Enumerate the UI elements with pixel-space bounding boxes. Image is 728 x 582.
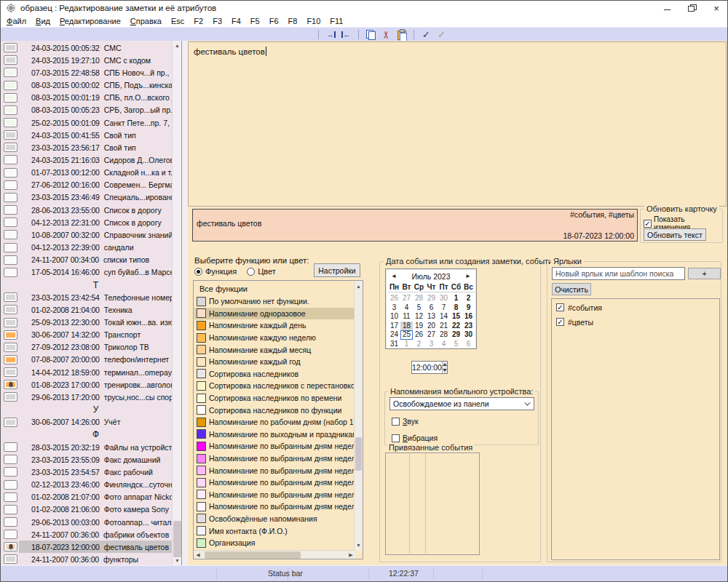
menu-item-f2[interactable]: F2	[194, 17, 203, 25]
note-checkbox[interactable]	[4, 292, 17, 302]
calendar-day-cell[interactable]: 28	[438, 330, 450, 340]
calendar-day-cell[interactable]: 29	[450, 330, 462, 340]
tag-item[interactable]: #цветы	[556, 316, 719, 328]
note-list-item[interactable]: 25-02-2015 00:01:09Санкт Пете...пр. 7, 1…	[1, 116, 173, 129]
note-list-item[interactable]: 30-06-2007 14:26:00Учёт	[1, 416, 173, 428]
menu-item-справка[interactable]: Справка	[130, 17, 162, 25]
calendar-day-cell[interactable]: 10	[388, 312, 400, 322]
note-list-item[interactable]: 24-03-2015 00:41:55Свой тип	[1, 129, 173, 141]
note-checkbox[interactable]	[4, 355, 17, 364]
tag-checkbox[interactable]	[556, 318, 564, 326]
note-list-item[interactable]: 24-03-2015 19:27:10СМС с кодом	[1, 54, 173, 66]
note-list-item[interactable]: 25-09-2013 22:30:00Токай южн...ва. изюм	[1, 316, 173, 328]
paste-icon[interactable]	[395, 28, 408, 41]
calendar-day-cell[interactable]: 26	[388, 294, 400, 303]
calendar-day-cell[interactable]: 29	[425, 294, 438, 303]
calendar-day-cell[interactable]: 2	[462, 294, 475, 303]
note-checkbox[interactable]	[4, 330, 17, 340]
function-list-item[interactable]: Освобождённые напоминания	[194, 513, 355, 525]
note-list-item[interactable]: 04-12-2013 22:39:00сандали	[1, 242, 173, 254]
calendar-day-cell[interactable]: 5	[450, 340, 462, 349]
time-spinner[interactable]: 12:00:00	[411, 361, 448, 374]
note-list-item[interactable]: 23-03-2015 23:55:09Факс домашний	[1, 453, 173, 466]
note-checkbox[interactable]	[4, 168, 17, 178]
next-month-icon[interactable]: ►	[465, 271, 471, 282]
note-list-item[interactable]: 24-11-2007 00:36:00функторы	[1, 553, 173, 565]
note-list-item[interactable]: 29-06-2013 17:20:00трусы,нос...сы спорт.	[1, 391, 173, 403]
function-list-item[interactable]: Имя контакта (Ф.И.О.)	[194, 525, 355, 537]
note-list-item[interactable]: 23-03-2015 23:42:54Телефонные номера	[1, 291, 173, 303]
calendar-day-cell[interactable]: 28	[413, 294, 425, 303]
function-list-item[interactable]: Напоминание по рабочим дням (набор 1)	[194, 416, 355, 428]
calendar-day-cell[interactable]: 19	[413, 322, 425, 331]
note-checkbox[interactable]	[4, 55, 17, 65]
note-text-editor[interactable]: фестиваль цветов	[188, 41, 727, 207]
note-list-item[interactable]: 08-03-2015 00:00:02СПБ, Подъ...кинская)	[1, 79, 173, 91]
spin-down-icon[interactable]	[443, 367, 447, 373]
function-list-item[interactable]: Организация	[194, 537, 355, 549]
note-checkbox[interactable]	[4, 218, 17, 227]
tag-checkbox[interactable]	[556, 303, 564, 311]
menu-item-f6[interactable]: F6	[269, 17, 279, 25]
note-list-item[interactable]: 23-03-2015 23:56:17Свой тип	[1, 141, 173, 154]
calendar-day-cell[interactable]: 3	[425, 340, 438, 349]
menu-item-f5[interactable]: F5	[250, 17, 260, 25]
calendar-day-cell[interactable]: 6	[462, 340, 475, 349]
note-list-scrollbar[interactable]: ▲ ▼	[172, 41, 181, 565]
note-checkbox[interactable]	[4, 155, 17, 164]
note-checkbox[interactable]	[4, 243, 17, 252]
note-list-item[interactable]: 23-03-2015 23:46:49Специаль...ирование	[1, 191, 173, 204]
calendar-day-cell[interactable]: 30	[462, 330, 475, 340]
menu-item-вид[interactable]: Вид	[36, 17, 50, 25]
calendar-day-cell[interactable]: 8	[450, 303, 462, 313]
note-checkbox[interactable]	[4, 130, 17, 140]
function-list-item[interactable]: Напоминание по выбранным дням недели (н	[194, 501, 355, 513]
calendar-day-cell[interactable]: 13	[425, 312, 438, 322]
move-right-icon[interactable]: →	[325, 28, 337, 41]
menu-item-f4[interactable]: F4	[232, 17, 241, 25]
apply-check-icon[interactable]: ✓	[420, 28, 432, 41]
copy-icon[interactable]	[365, 28, 377, 41]
menu-item-f10[interactable]: F10	[306, 17, 320, 25]
note-checkbox[interactable]	[4, 554, 17, 564]
add-tag-button[interactable]: +	[688, 268, 721, 279]
calendar-day-cell[interactable]: 22	[450, 322, 462, 331]
calendar-day-cell[interactable]: 9	[462, 303, 475, 313]
note-checkbox[interactable]	[4, 493, 17, 502]
menu-item-редактирование[interactable]: Редактирование	[60, 17, 121, 25]
note-list-item[interactable]: 24-03-2015 21:16:03Сидоров Д...Олегович	[1, 154, 173, 166]
note-list-item[interactable]: 08-03-2015 00:01:19СПБ, пл.О...вского д.…	[1, 92, 173, 104]
note-list-item[interactable]: 01-02-2008 21:06:00Фото камера Sony	[1, 503, 173, 516]
function-list-vscrollbar[interactable]: ▲ ▼	[354, 281, 363, 551]
calendar-day-cell[interactable]: 26	[413, 330, 425, 340]
calendar-day-cell[interactable]: 25	[400, 330, 413, 340]
note-list-item[interactable]: 27-06-2012 00:16:00Современ... Бергману	[1, 179, 173, 191]
function-list-item[interactable]: Напоминание по выбранным дням недели (н	[194, 453, 355, 465]
scrollbar-thumb[interactable]	[355, 437, 362, 471]
note-list-item[interactable]: 24-03-2015 00:05:32СМС	[1, 41, 173, 54]
note-checkbox[interactable]	[4, 467, 17, 477]
calendar-day-cell[interactable]: 11	[400, 312, 413, 322]
scroll-down-icon[interactable]: ▼	[173, 556, 182, 565]
note-list-item[interactable]: 04-12-2013 22:31:00Список в дорогу	[1, 216, 173, 228]
note-checkbox[interactable]	[4, 442, 17, 452]
note-checkbox[interactable]	[4, 93, 17, 103]
function-list-item[interactable]: Напоминание по выходным и праздникам (на	[194, 428, 355, 441]
restore-button[interactable]	[679, 1, 704, 15]
note-checkbox[interactable]	[4, 205, 17, 215]
scroll-right-icon[interactable]: ▶	[347, 551, 355, 559]
note-checkbox[interactable]	[4, 505, 17, 514]
note-checkbox[interactable]	[4, 81, 17, 90]
apply-all-check-icon[interactable]: ✓	[435, 28, 448, 41]
calendar-day-cell[interactable]: 6	[425, 303, 438, 313]
scroll-up-icon[interactable]: ▲	[173, 41, 182, 50]
calendar-day-cell[interactable]: 27	[425, 330, 438, 340]
note-checkbox[interactable]	[4, 255, 17, 265]
note-list-item[interactable]: 30-06-2007 14:32:00Транспорт	[1, 329, 173, 341]
calendar-day-cell[interactable]: 4	[400, 303, 413, 313]
note-checkbox[interactable]	[4, 43, 17, 52]
note-checkbox[interactable]	[4, 380, 17, 389]
note-checkbox[interactable]	[4, 268, 17, 277]
calendar-day-cell[interactable]: 31	[388, 340, 400, 349]
note-list-item[interactable]: 28-03-2015 20:32:19Файлы на устройстве	[1, 441, 173, 453]
